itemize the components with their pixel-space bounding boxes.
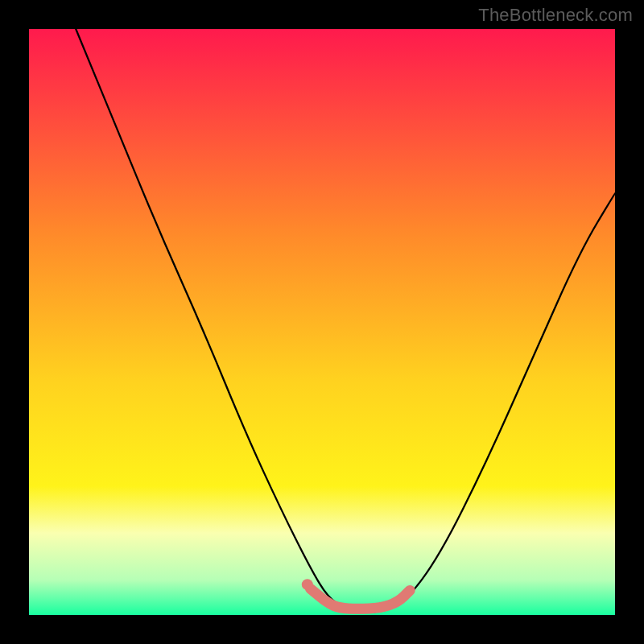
- gradient-bg: [29, 29, 615, 615]
- chart-frame: TheBottleneck.com: [0, 0, 644, 644]
- watermark-text: TheBottleneck.com: [478, 5, 633, 26]
- highlight-dot: [302, 579, 313, 590]
- chart-svg: [29, 29, 615, 615]
- plot-area: [29, 29, 615, 615]
